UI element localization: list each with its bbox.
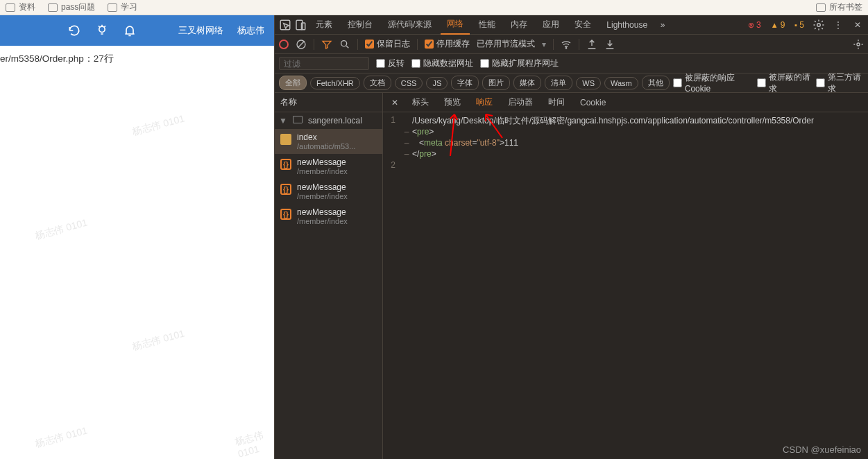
bell-icon[interactable] — [123, 24, 137, 37]
page-content: 三叉树网络 杨志伟 er/m5358/Order.php：27行 杨志伟 010… — [0, 15, 274, 459]
svg-point-6 — [341, 40, 347, 46]
type-other[interactable]: 其他 — [642, 76, 670, 90]
preserve-log-checkbox[interactable]: 保留日志 — [365, 38, 410, 50]
bookmark-item[interactable]: pass问题 — [48, 1, 95, 13]
bookmark-item[interactable]: 资料 — [6, 1, 35, 13]
filter-icon[interactable] — [321, 39, 332, 50]
watermark: 杨志伟 0101 — [34, 424, 89, 450]
folder-icon — [48, 3, 58, 12]
csdn-watermark: CSDN @xuefeiniao — [783, 444, 861, 455]
hide-data-checkbox[interactable]: 隐藏数据网址 — [411, 58, 473, 69]
disable-cache-checkbox[interactable]: 停用缓存 — [425, 38, 470, 50]
tab-console[interactable]: 控制台 — [341, 15, 379, 34]
name-column-header[interactable]: 名称 — [275, 93, 382, 112]
type-filter-bar: 全部 Fetch/XHR 文档 CSS JS 字体 图片 媒体 清单 WS Wa… — [275, 73, 868, 93]
user-name[interactable]: 杨志伟 — [237, 24, 264, 37]
svg-point-8 — [857, 43, 860, 46]
issue-count[interactable]: ▪ 5 — [793, 20, 806, 30]
type-ws[interactable]: WS — [576, 77, 601, 89]
app-header: 三叉树网络 杨志伟 — [0, 15, 274, 46]
type-wasm[interactable]: Wasm — [604, 77, 638, 89]
json-icon: {} — [280, 209, 291, 220]
type-font[interactable]: 字体 — [451, 76, 479, 90]
domain-group[interactable]: ▼ sangeren.local — [275, 112, 382, 129]
all-bookmarks[interactable]: 所有书签 — [816, 1, 862, 13]
request-row[interactable]: {} newMessage/member/index — [275, 204, 382, 229]
invert-checkbox[interactable]: 反转 — [376, 58, 405, 69]
watermark: 杨志伟 0101 — [131, 112, 186, 138]
page-info-text: er/m5358/Order.php：27行 — [0, 46, 274, 65]
tab-initiator[interactable]: 启动器 — [501, 93, 540, 112]
close-icon[interactable]: ✕ — [851, 19, 864, 31]
wifi-icon[interactable] — [561, 39, 572, 50]
tab-application[interactable]: 应用 — [536, 15, 565, 34]
tab-sources[interactable]: 源代码/来源 — [382, 15, 438, 34]
filter-bar: 反转 隐藏数据网址 隐藏扩展程序网址 — [275, 54, 868, 73]
json-icon: {} — [280, 159, 291, 170]
tab-preview[interactable]: 预览 — [437, 93, 468, 112]
request-row[interactable]: {} newMessage/member/index — [275, 179, 382, 204]
org-name: 三叉树网络 — [178, 24, 223, 37]
folder-icon — [108, 3, 117, 12]
request-row[interactable]: index/automatic/m53... — [275, 129, 382, 154]
device-icon[interactable] — [294, 19, 307, 31]
watermark: 杨志伟 0101 — [34, 216, 89, 242]
tab-performance[interactable]: 性能 — [473, 15, 502, 34]
upload-icon[interactable] — [586, 39, 597, 50]
bookmarks-bar: 资料 pass问题 学习 所有书签 — [0, 0, 868, 15]
tab-headers[interactable]: 标头 — [405, 93, 436, 112]
folder-icon — [293, 116, 303, 123]
request-row[interactable]: {} newMessage/member/index — [275, 154, 382, 179]
tab-cookies[interactable]: Cookie — [573, 94, 613, 111]
tab-elements[interactable]: 元素 — [309, 15, 339, 34]
inspect-icon[interactable] — [279, 19, 291, 31]
type-css[interactable]: CSS — [395, 77, 423, 89]
watermark: 杨志伟 0101 — [234, 426, 277, 459]
type-xhr[interactable]: Fetch/XHR — [310, 77, 360, 89]
search-icon[interactable] — [339, 39, 350, 50]
type-manifest[interactable]: 清单 — [545, 76, 572, 90]
network-toolbar: 保留日志 停用缓存 已停用节流模式 ▾ — [275, 35, 868, 54]
lightbulb-icon[interactable] — [95, 24, 109, 37]
response-body[interactable]: 1/Users/kyang/Desktop/临时文件/源码解密/gangcai.… — [383, 112, 868, 459]
more-tabs-icon[interactable]: » — [656, 19, 669, 31]
svg-point-7 — [565, 47, 566, 48]
blocked-req-checkbox[interactable]: 被屏蔽的请求 — [757, 73, 812, 93]
request-list: 名称 ▼ sangeren.local index/automatic/m53.… — [275, 93, 383, 459]
tab-memory[interactable]: 内存 — [504, 15, 534, 34]
error-count[interactable]: ⊗ 3 — [747, 20, 763, 30]
type-img[interactable]: 图片 — [482, 76, 510, 90]
tab-network[interactable]: 网络 — [441, 15, 470, 35]
tab-lighthouse[interactable]: Lighthouse — [600, 17, 654, 33]
gear-icon[interactable] — [853, 39, 864, 50]
tab-security[interactable]: 安全 — [568, 15, 597, 34]
filter-input[interactable] — [279, 57, 369, 70]
blocked-cookie-checkbox[interactable]: 被屏蔽的响应 Cookie — [673, 73, 754, 93]
tab-response[interactable]: 响应 — [469, 93, 500, 112]
gear-icon[interactable] — [812, 19, 825, 31]
folder-icon — [6, 3, 15, 12]
close-detail-icon[interactable]: ✕ — [386, 94, 404, 111]
download-icon[interactable] — [604, 39, 615, 50]
type-media[interactable]: 媒体 — [513, 76, 541, 90]
refresh-icon[interactable] — [67, 24, 81, 37]
type-all[interactable]: 全部 — [279, 76, 307, 90]
third-party-checkbox[interactable]: 第三方请求 — [816, 73, 864, 93]
type-doc[interactable]: 文档 — [364, 76, 391, 90]
more-icon[interactable]: ⋮ — [832, 19, 844, 31]
record-icon[interactable] — [279, 40, 289, 49]
clear-icon[interactable] — [296, 39, 307, 50]
type-js[interactable]: JS — [426, 77, 448, 89]
svg-point-0 — [99, 26, 105, 32]
hide-ext-checkbox[interactable]: 隐藏扩展程序网址 — [480, 58, 559, 69]
svg-point-4 — [817, 23, 821, 26]
folder-icon — [816, 3, 826, 12]
tab-timing[interactable]: 时间 — [541, 93, 572, 112]
watermark: 杨志伟 0101 — [131, 327, 186, 353]
devtools-tabs: 元素 控制台 源代码/来源 网络 性能 内存 应用 安全 Lighthouse … — [275, 15, 868, 35]
throttle-dropdown[interactable]: 已停用节流模式 — [477, 38, 535, 50]
warning-count[interactable]: ▲ 9 — [769, 20, 787, 30]
bookmark-item[interactable]: 学习 — [108, 1, 137, 13]
document-icon — [280, 134, 291, 145]
json-icon: {} — [280, 184, 291, 195]
